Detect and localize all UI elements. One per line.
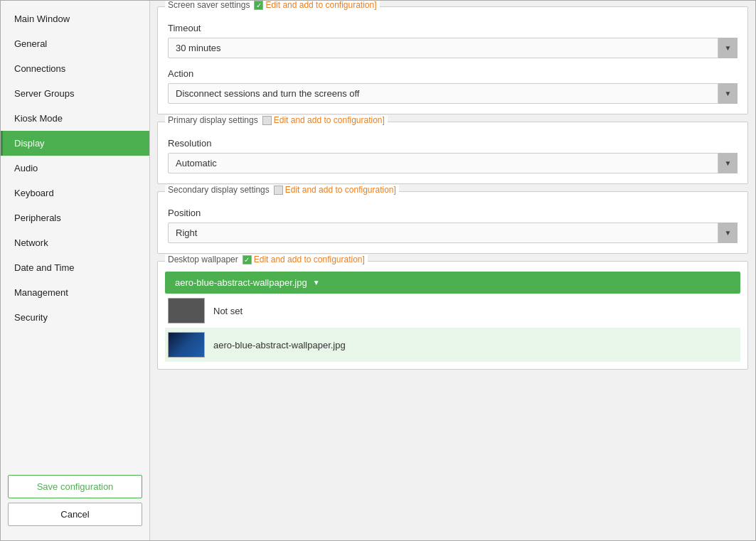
secondary-display-section: Secondary display settings Edit and add … <box>157 191 748 254</box>
position-dropdown[interactable]: Right <box>168 223 738 243</box>
sidebar-item-main-window[interactable]: Main Window <box>1 6 149 31</box>
wallpaper-thumb-not-set <box>168 298 205 323</box>
wallpaper-header: Desktop wallpaper ✓ Edit and add to conf… <box>165 255 368 264</box>
sidebar-item-date-and-time[interactable]: Date and Time <box>1 255 149 280</box>
cancel-button[interactable]: Cancel <box>8 503 142 526</box>
sidebar-item-network[interactable]: Network <box>1 230 149 255</box>
wallpaper-list: Not set aero-blue-abstract-wallpaper.jpg <box>158 294 747 369</box>
primary-display-edit[interactable]: Edit and add to configuration] <box>262 115 385 125</box>
sidebar-item-management[interactable]: Management <box>1 280 149 305</box>
resolution-dropdown-wrapper: Automatic ▼ <box>168 153 738 173</box>
primary-display-section: Primary display settings Edit and add to… <box>157 122 748 184</box>
wallpaper-bar-arrow: ▼ <box>313 279 320 286</box>
screen-saver-section: Screen saver settings ✓ Edit and add to … <box>157 6 748 114</box>
secondary-display-label: Secondary display settings <box>168 185 270 195</box>
action-dropdown[interactable]: Disconnect sessions and turn the screens… <box>168 83 738 104</box>
wallpaper-label: Desktop wallpaper <box>168 255 238 264</box>
sidebar-action-buttons: Save configuration Cancel <box>1 466 149 535</box>
resolution-dropdown[interactable]: Automatic <box>168 153 738 173</box>
sidebar: Main Window General Connections Server G… <box>1 1 150 540</box>
secondary-display-header: Secondary display settings Edit and add … <box>165 185 399 195</box>
app-window: Main Window General Connections Server G… <box>0 0 756 541</box>
wallpaper-checkbox[interactable]: ✓ <box>243 255 252 264</box>
sidebar-item-keyboard[interactable]: Keyboard <box>1 181 149 205</box>
desktop-wallpaper-section: Desktop wallpaper ✓ Edit and add to conf… <box>157 261 748 370</box>
wallpaper-selected-bar[interactable]: aero-blue-abstract-wallpaper.jpg ▼ <box>165 272 740 294</box>
timeout-dropdown-wrapper: 30 minutes ▼ <box>168 38 738 58</box>
secondary-display-checkbox[interactable] <box>274 186 283 195</box>
wallpaper-item-aero-blue[interactable]: aero-blue-abstract-wallpaper.jpg <box>165 328 740 362</box>
wallpaper-thumb-aero-blue <box>168 332 205 358</box>
screen-saver-edit[interactable]: ✓ Edit and add to configuration] <box>254 1 376 10</box>
action-label: Action <box>168 68 738 79</box>
primary-display-label: Primary display settings <box>168 115 258 125</box>
main-content: Screen saver settings ✓ Edit and add to … <box>150 1 755 540</box>
sidebar-item-general[interactable]: General <box>1 31 149 56</box>
timeout-label: Timeout <box>168 23 738 33</box>
sidebar-item-server-groups[interactable]: Server Groups <box>1 81 149 106</box>
position-dropdown-wrapper: Right ▼ <box>168 223 738 243</box>
resolution-label: Resolution <box>168 138 738 149</box>
action-dropdown-wrapper: Disconnect sessions and turn the screens… <box>168 83 738 104</box>
wallpaper-item-not-set-label: Not set <box>213 306 243 316</box>
sidebar-item-connections[interactable]: Connections <box>1 56 149 81</box>
screen-saver-label: Screen saver settings <box>168 1 250 10</box>
sidebar-item-display[interactable]: Display <box>1 131 149 156</box>
sidebar-item-kiosk-mode[interactable]: Kiosk Mode <box>1 106 149 131</box>
primary-display-header: Primary display settings Edit and add to… <box>165 115 388 125</box>
position-label: Position <box>168 208 738 218</box>
wallpaper-edit[interactable]: ✓ Edit and add to configuration] <box>243 255 365 264</box>
screen-saver-header: Screen saver settings ✓ Edit and add to … <box>165 1 380 10</box>
sidebar-item-peripherals[interactable]: Peripherals <box>1 205 149 230</box>
screen-saver-checkbox[interactable]: ✓ <box>254 1 263 10</box>
secondary-display-edit[interactable]: Edit and add to configuration] <box>274 185 396 195</box>
wallpaper-item-not-set[interactable]: Not set <box>165 294 740 328</box>
wallpaper-item-aero-blue-label: aero-blue-abstract-wallpaper.jpg <box>213 340 346 350</box>
primary-display-checkbox[interactable] <box>262 116 272 125</box>
sidebar-item-security[interactable]: Security <box>1 305 149 330</box>
save-configuration-button[interactable]: Save configuration <box>8 475 142 498</box>
timeout-dropdown[interactable]: 30 minutes <box>168 38 738 58</box>
sidebar-item-audio[interactable]: Audio <box>1 156 149 181</box>
wallpaper-selected-label: aero-blue-abstract-wallpaper.jpg <box>175 277 307 288</box>
